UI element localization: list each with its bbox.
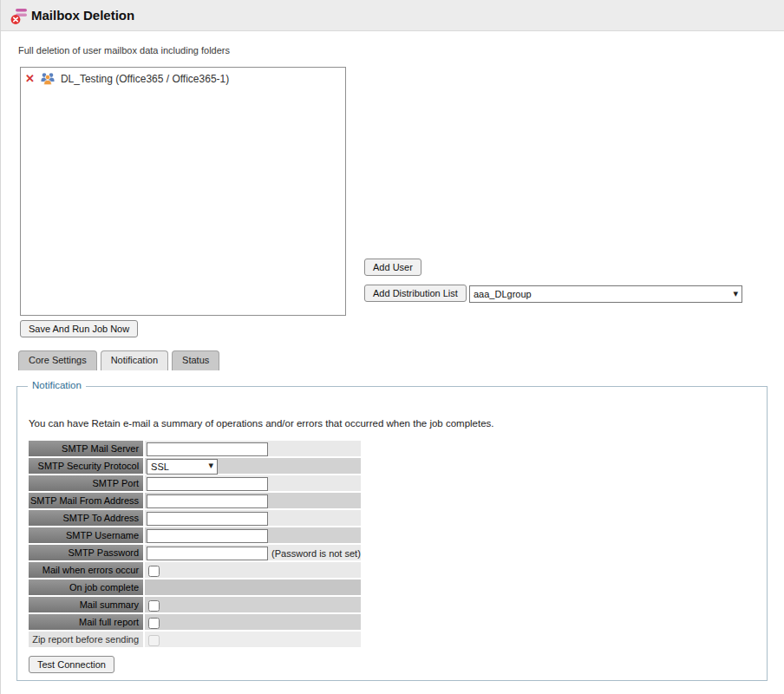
form-row: Mail when errors occur bbox=[29, 562, 361, 578]
distribution-list-select-wrap: aaa_DLgroup ▾ bbox=[469, 285, 742, 303]
save-and-run-button[interactable]: Save And Run Job Now bbox=[20, 320, 138, 337]
form-row: Mail summary bbox=[29, 597, 361, 612]
mailbox-deletion-icon bbox=[10, 6, 29, 25]
smtp-settings-table: SMTP Mail Server SMTP Security Protocol … bbox=[27, 439, 363, 649]
smtp-mail-server-input[interactable] bbox=[147, 442, 268, 456]
page-subtitle: Full deletion of user mailbox data inclu… bbox=[18, 45, 230, 56]
page-title: Mailbox Deletion bbox=[31, 8, 134, 23]
form-row: SMTP Password (Password is not set) bbox=[29, 545, 361, 560]
notification-panel: Notification You can have Retain e-mail … bbox=[16, 386, 768, 681]
section-label: On job complete bbox=[29, 579, 143, 595]
form-section-row: On job complete bbox=[29, 579, 361, 595]
field-label: SMTP Username bbox=[29, 527, 143, 543]
mailbox-deletion-page: Mailbox Deletion Full deletion of user m… bbox=[0, 0, 784, 694]
distribution-list-icon bbox=[39, 72, 56, 85]
smtp-mail-from-input[interactable] bbox=[147, 494, 268, 508]
zip-report-checkbox bbox=[148, 635, 160, 646]
password-note: (Password is not set) bbox=[271, 548, 361, 559]
header-bar: Mailbox Deletion bbox=[1, 0, 784, 31]
recipient-listbox[interactable]: ✕ DL_Testing (Office365 / Office365-1) bbox=[20, 67, 346, 316]
smtp-port-input[interactable] bbox=[147, 477, 268, 491]
field-label: SMTP Security Protocol bbox=[29, 458, 143, 474]
form-row: SMTP To Address bbox=[29, 510, 361, 526]
form-row: Zip report before sending bbox=[29, 632, 361, 647]
distribution-list-select[interactable]: aaa_DLgroup bbox=[469, 285, 742, 303]
smtp-security-protocol-select[interactable]: SSL bbox=[147, 459, 218, 475]
field-label: Zip report before sending bbox=[29, 632, 143, 647]
field-label: SMTP Mail From Address bbox=[29, 493, 143, 508]
add-user-button[interactable]: Add User bbox=[364, 259, 421, 276]
smtp-to-address-input[interactable] bbox=[147, 512, 268, 526]
field-label: Mail when errors occur bbox=[29, 562, 143, 578]
field-label: SMTP Port bbox=[29, 475, 143, 491]
add-distribution-list-button[interactable]: Add Distribution List bbox=[364, 285, 467, 302]
field-label: SMTP Mail Server bbox=[29, 441, 143, 456]
panel-legend: Notification bbox=[28, 380, 86, 390]
field-label: Mail full report bbox=[29, 614, 143, 630]
tab-status[interactable]: Status bbox=[172, 350, 219, 370]
form-row: SMTP Security Protocol SSL ▾ bbox=[29, 458, 361, 474]
list-item[interactable]: ✕ DL_Testing (Office365 / Office365-1) bbox=[21, 68, 345, 89]
field-label: SMTP Password bbox=[29, 545, 143, 560]
smtp-password-input[interactable] bbox=[147, 547, 268, 560]
form-row: SMTP Port bbox=[29, 475, 361, 491]
smtp-username-input[interactable] bbox=[147, 529, 268, 543]
field-label: Mail summary bbox=[29, 597, 143, 612]
tab-core-settings[interactable]: Core Settings bbox=[18, 350, 97, 370]
test-connection-button[interactable]: Test Connection bbox=[29, 656, 114, 673]
panel-intro: You can have Retain e-mail a summary of … bbox=[29, 418, 494, 429]
form-row: SMTP Mail Server bbox=[29, 441, 361, 456]
tab-bar: Core Settings Notification Status bbox=[18, 350, 223, 370]
mail-when-errors-checkbox[interactable] bbox=[148, 566, 160, 577]
form-row: Mail full report bbox=[29, 614, 361, 630]
smtp-security-select-wrap: SSL ▾ bbox=[147, 458, 218, 474]
field-label: SMTP To Address bbox=[29, 510, 143, 526]
list-item-label: DL_Testing (Office365 / Office365-1) bbox=[61, 73, 229, 85]
mail-full-report-checkbox[interactable] bbox=[148, 618, 160, 629]
mail-summary-checkbox[interactable] bbox=[148, 600, 160, 612]
form-row: SMTP Username bbox=[29, 527, 361, 543]
remove-item-icon[interactable]: ✕ bbox=[25, 73, 35, 84]
form-row: SMTP Mail From Address bbox=[29, 493, 361, 508]
tab-notification[interactable]: Notification bbox=[101, 350, 168, 370]
